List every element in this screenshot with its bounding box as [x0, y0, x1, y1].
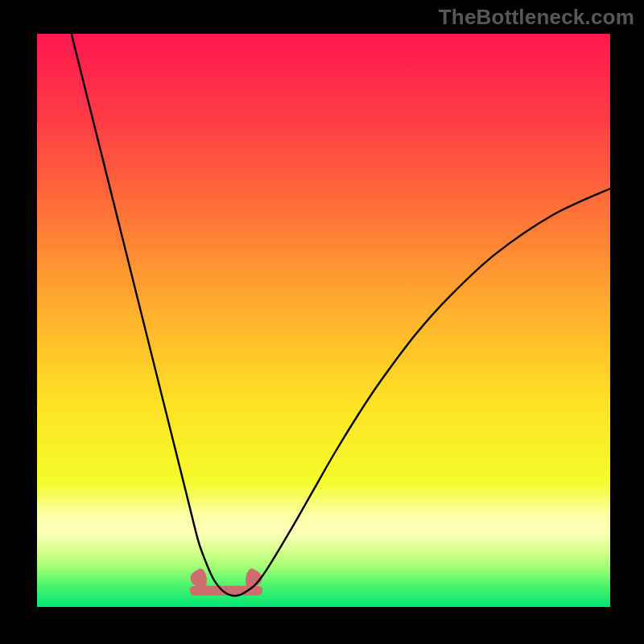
- chart-frame: TheBottleneck.com: [0, 0, 644, 644]
- trough-blob: [190, 568, 262, 595]
- curve-layer: [37, 34, 610, 607]
- bottleneck-curve: [72, 34, 610, 596]
- plot-area: [37, 34, 610, 607]
- watermark-text: TheBottleneck.com: [439, 5, 634, 30]
